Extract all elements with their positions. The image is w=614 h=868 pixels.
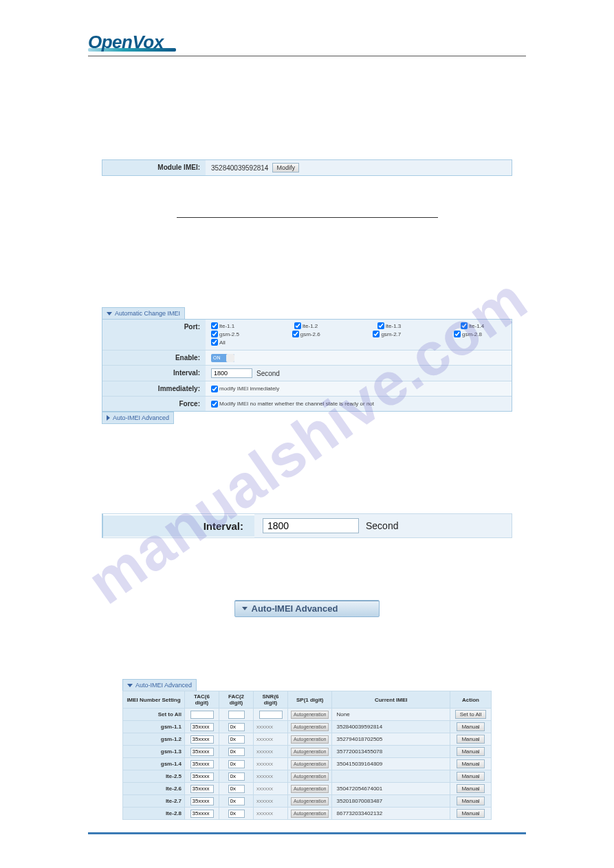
- chk-force[interactable]: [211, 401, 218, 408]
- force-label: Force:: [102, 396, 206, 411]
- chk-gsm-2-8[interactable]: [454, 331, 461, 337]
- tac-input-6[interactable]: [190, 797, 214, 805]
- chk-gsm-2-6[interactable]: [292, 331, 299, 337]
- manual-button-2[interactable]: Manual: [457, 747, 484, 756]
- auto-imei-table-header[interactable]: Auto-IMEI Advanced: [122, 679, 197, 691]
- auto-imei-advanced-button[interactable]: Auto-IMEI Advanced: [234, 600, 380, 617]
- auto-imei-advanced-label: Auto-IMEI Advanced: [252, 604, 338, 613]
- chk-lte-1-4[interactable]: [461, 322, 468, 329]
- chk-gsm-2-5[interactable]: [211, 331, 218, 337]
- manual-button-0[interactable]: Manual: [457, 722, 484, 731]
- tac-input-2[interactable]: [190, 748, 214, 756]
- enable-toggle[interactable]: ON: [211, 354, 234, 362]
- interval-label: Interval:: [102, 365, 206, 381]
- auto-change-panel: Port: lte-1.1 lte-1.2 lte-1.3 lte-1.4 gs…: [102, 319, 512, 412]
- snr-7: xxxxxx: [254, 808, 288, 820]
- current-imei-5: 350472054674001: [332, 783, 450, 795]
- sp-btn-2[interactable]: Autogeneration: [291, 748, 329, 756]
- tac-input-1[interactable]: [190, 735, 214, 744]
- chk-lte-1-2[interactable]: [294, 322, 301, 329]
- row-gsm-1.1: gsm-1.1: [123, 721, 185, 733]
- th-current: Current IMEI: [332, 691, 450, 709]
- snr-2: xxxxxx: [254, 746, 288, 758]
- fac-input-4[interactable]: [228, 772, 245, 781]
- tac-input-all[interactable]: [190, 711, 214, 719]
- snr-1: xxxxxx: [254, 733, 288, 746]
- sp-btn-all[interactable]: Autogeneration: [291, 711, 329, 719]
- chk-lte-1-3[interactable]: [377, 322, 384, 329]
- fac-input-0[interactable]: [228, 723, 245, 731]
- interval-bar: Interval: Second: [102, 513, 512, 538]
- row-lte-2.7: lte-2.7: [123, 795, 185, 808]
- current-imei-6: 352018070083487: [332, 795, 450, 808]
- tac-input-3[interactable]: [190, 760, 214, 768]
- th-snr: SNR(6 digit): [254, 691, 288, 709]
- fac-input-1[interactable]: [228, 735, 245, 744]
- manual-button-5[interactable]: Manual: [457, 784, 484, 793]
- port-lte-1-3: lte-1.3: [386, 323, 401, 329]
- auto-change-header[interactable]: Automatic Change IMEI: [102, 307, 185, 319]
- current-imei-7: 867732033402132: [332, 808, 450, 820]
- sp-btn-6[interactable]: Autogeneration: [291, 797, 329, 805]
- manual-button-3[interactable]: Manual: [457, 759, 484, 768]
- interval-input[interactable]: [211, 368, 252, 378]
- force-text: Modify IMEI no matter whether the channe…: [219, 401, 374, 407]
- sp-btn-4[interactable]: Autogeneration: [291, 772, 329, 781]
- row-lte-2.5: lte-2.5: [123, 770, 185, 783]
- auto-imei-table-title: Auto-IMEI Advanced: [135, 682, 192, 689]
- fac-input-2[interactable]: [228, 748, 245, 756]
- tac-input-5[interactable]: [190, 785, 214, 793]
- fac-input-6[interactable]: [228, 797, 245, 805]
- enable-label: Enable:: [102, 350, 206, 365]
- manual-button-7[interactable]: Manual: [457, 809, 484, 818]
- tac-input-7[interactable]: [190, 810, 214, 818]
- modify-button[interactable]: Modify: [272, 163, 299, 173]
- auto-imei-collapsed-title: Auto-IMEI Advanced: [113, 414, 169, 421]
- sp-btn-7[interactable]: Autogeneration: [291, 810, 329, 818]
- chk-immediately[interactable]: [211, 386, 218, 392]
- tac-input-4[interactable]: [190, 772, 214, 781]
- fac-input-3[interactable]: [228, 760, 245, 768]
- manual-button-4[interactable]: Manual: [457, 772, 484, 781]
- snr-0: xxxxxx: [254, 721, 288, 733]
- auto-imei-table: IMEI Number Setting TAC(6 digit) FAC(2 d…: [122, 691, 492, 820]
- row-set-all: Set to All: [123, 709, 185, 721]
- fac-input-7[interactable]: [228, 810, 245, 818]
- fac-input-5[interactable]: [228, 785, 245, 793]
- chevron-down-icon: [107, 312, 112, 315]
- fac-input-all[interactable]: [228, 711, 245, 719]
- module-imei-label: Module IMEI:: [102, 160, 206, 175]
- auto-imei-collapsed-header[interactable]: Auto-IMEI Advanced: [102, 412, 174, 424]
- set-to-all-button[interactable]: Set to All: [455, 710, 487, 719]
- chk-lte-1-1[interactable]: [211, 322, 218, 329]
- port-label: Port:: [102, 320, 206, 350]
- manual-button-1[interactable]: Manual: [457, 735, 484, 744]
- current-imei-0: 352840039592814: [332, 721, 450, 733]
- snr-3: xxxxxx: [254, 758, 288, 770]
- port-lte-1-2: lte-1.2: [303, 323, 318, 329]
- big-interval-input[interactable]: [263, 518, 359, 533]
- current-imei-4: [332, 770, 450, 783]
- tac-input-0[interactable]: [190, 723, 214, 731]
- port-gsm-2-6: gsm-2.6: [300, 331, 320, 337]
- immediately-label: Immediately:: [102, 381, 206, 396]
- snr-4: xxxxxx: [254, 770, 288, 783]
- port-all: All: [219, 340, 226, 346]
- sp-btn-5[interactable]: Autogeneration: [291, 785, 329, 793]
- chk-all[interactable]: [211, 339, 218, 346]
- interval-unit: Second: [256, 370, 280, 377]
- logo-text-a: Open: [88, 32, 132, 52]
- sp-btn-0[interactable]: Autogeneration: [291, 723, 329, 731]
- immediately-text: modify IMEI immediately: [219, 386, 279, 392]
- snr-5: xxxxxx: [254, 783, 288, 795]
- th-action: Action: [450, 691, 492, 709]
- sp-btn-1[interactable]: Autogeneration: [291, 735, 329, 744]
- chk-gsm-2-7[interactable]: [373, 331, 380, 337]
- snr-input-all[interactable]: [259, 711, 283, 719]
- port-lte-1-1: lte-1.1: [219, 323, 234, 329]
- manual-button-6[interactable]: Manual: [457, 797, 484, 805]
- port-lte-1-4: lte-1.4: [469, 323, 484, 329]
- sp-btn-3[interactable]: Autogeneration: [291, 760, 329, 768]
- port-gsm-2-7: gsm-2.7: [381, 331, 401, 337]
- header-logo: OpenVox: [0, 33, 614, 52]
